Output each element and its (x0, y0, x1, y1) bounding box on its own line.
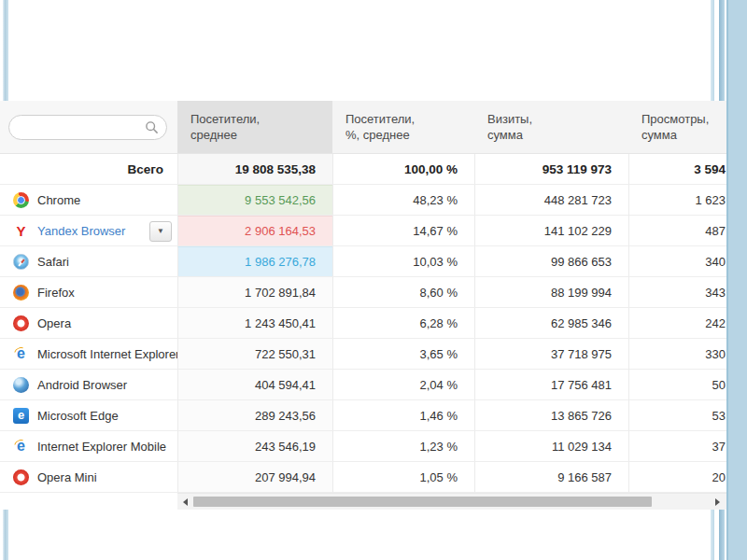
visits-value: 88 199 994 (474, 277, 628, 308)
table-row: Firefox1 702 891,848,60 %88 199 994343 (0, 277, 728, 308)
browser-name[interactable]: Internet Explorer Mobile (37, 440, 166, 454)
android-browser-icon (13, 377, 29, 393)
browser-name-cell[interactable]: Android Browser (0, 370, 177, 400)
column-header-text: Просмотры, (641, 111, 728, 127)
views-value: 242 (628, 308, 728, 339)
visitors_pct-value: 10,03 % (332, 246, 474, 277)
visitors_pct-value: 6,28 % (332, 308, 474, 339)
opera-icon (13, 315, 29, 331)
views-value: 3 594 (628, 154, 728, 185)
visitors_avg-value: 19 808 535,38 (177, 154, 332, 185)
browsers-report-table: Посетители, среднее Посетители, %, средн… (0, 101, 728, 510)
visitors_avg-value: 2 906 164,53 (177, 216, 332, 246)
column-header-text: сумма (487, 127, 628, 143)
opera-mini-icon (13, 469, 29, 485)
browser-name-cell[interactable]: Microsoft Edge (0, 400, 177, 431)
column-header-visits[interactable]: Визиты, сумма (474, 101, 628, 154)
browser-name[interactable]: Safari (37, 255, 69, 269)
visitors_pct-value: 3,65 % (332, 339, 474, 370)
column-header-visitors-pct[interactable]: Посетители, %, среднее (332, 101, 474, 154)
total-label-cell: Всего (0, 154, 177, 185)
column-header-visitors-avg[interactable]: Посетители, среднее (177, 101, 332, 154)
visits-value: 37 718 975 (474, 339, 628, 370)
views-value: 340 (628, 246, 728, 277)
views-value: 1 623 (628, 185, 728, 216)
firefox-icon (13, 285, 29, 301)
browser-name-cell[interactable]: Yandex Browser▼ (0, 216, 177, 246)
visitors_pct-value: 8,60 % (332, 277, 474, 308)
visitors_avg-value: 207 994,94 (177, 462, 332, 493)
edge-icon (13, 408, 29, 424)
search-input[interactable] (8, 115, 167, 140)
table-row: Android Browser404 594,412,04 %17 756 48… (0, 370, 728, 400)
column-header-text: %, среднее (345, 127, 474, 143)
views-value: 343 (628, 277, 728, 308)
table-header-row: Посетители, среднее Посетители, %, средн… (0, 101, 728, 154)
table-row: Microsoft Edge289 243,561,46 %13 865 726… (0, 400, 728, 431)
visitors_pct-value: 1,05 % (332, 462, 474, 493)
views-value: 487 (628, 216, 728, 246)
browser-name[interactable]: Android Browser (37, 378, 127, 392)
browser-name-cell[interactable]: Microsoft Internet Explorer (0, 339, 177, 370)
visits-value: 62 985 346 (474, 308, 628, 339)
horizontal-scrollbar[interactable] (177, 493, 728, 510)
visitors_avg-value: 9 553 542,56 (177, 185, 332, 216)
column-header-views[interactable]: Просмотры, сумма (628, 101, 728, 154)
views-value: 37 (628, 431, 728, 462)
chrome-icon (13, 192, 29, 208)
browser-name[interactable]: Microsoft Edge (37, 409, 119, 423)
table-row: Opera1 243 450,416,28 %62 985 346242 (0, 308, 728, 339)
browser-name[interactable]: Opera Mini (37, 470, 97, 484)
views-value: 20 (628, 462, 728, 493)
visitors_avg-value: 722 550,31 (177, 339, 332, 370)
visits-value: 141 102 229 (474, 216, 628, 246)
scroll-left-arrow-icon[interactable] (183, 498, 188, 506)
total-label: Всего (128, 162, 163, 176)
visits-value: 99 866 653 (474, 246, 628, 277)
table-row: Chrome9 553 542,5648,23 %448 281 7231 62… (0, 185, 728, 216)
visitors_pct-value: 1,23 % (332, 431, 474, 462)
table-body: Всего19 808 535,38100,00 %953 119 9733 5… (0, 154, 728, 493)
views-value: 53 (628, 400, 728, 431)
browser-name[interactable]: Opera (37, 316, 71, 330)
safari-icon (13, 254, 29, 270)
column-header-text: Посетители, (345, 111, 474, 127)
browser-name-cell[interactable]: Opera (0, 308, 177, 339)
total-row: Всего19 808 535,38100,00 %953 119 9733 5… (0, 154, 728, 185)
visits-value: 13 865 726 (474, 400, 628, 431)
visits-value: 953 119 973 (474, 154, 628, 185)
scrollbar-thumb[interactable] (193, 497, 652, 507)
table-row: Microsoft Internet Explorer722 550,313,6… (0, 339, 728, 370)
visits-value: 9 166 587 (474, 462, 628, 493)
scroll-right-arrow-icon[interactable] (715, 498, 720, 506)
browser-name-cell[interactable]: Chrome (0, 185, 177, 216)
browser-name[interactable]: Yandex Browser (37, 224, 125, 238)
visitors_avg-value: 1 243 450,41 (177, 308, 332, 339)
visitors_pct-value: 1,46 % (332, 400, 474, 431)
visitors_pct-value: 2,04 % (332, 370, 474, 400)
browser-name-cell[interactable]: Opera Mini (0, 462, 177, 493)
visitors_avg-value: 404 594,41 (177, 370, 332, 400)
browser-name[interactable]: Firefox (37, 286, 75, 300)
views-value: 50 (628, 370, 728, 400)
row-dropdown-button[interactable]: ▼ (149, 221, 172, 242)
views-value: 330 (628, 339, 728, 370)
visitors_avg-value: 1 986 276,78 (177, 246, 332, 277)
column-header-text: сумма (641, 127, 728, 143)
visits-value: 11 029 134 (474, 431, 628, 462)
table-row: Opera Mini207 994,941,05 %9 166 58720 (0, 462, 728, 493)
browser-name-cell[interactable]: Internet Explorer Mobile (0, 431, 177, 462)
browser-name-cell[interactable]: Safari (0, 246, 177, 277)
table-search (8, 115, 167, 140)
column-header-text: Визиты, (487, 111, 628, 127)
browser-name[interactable]: Microsoft Internet Explorer (37, 347, 177, 361)
browser-name[interactable]: Chrome (37, 193, 80, 207)
table-row: Internet Explorer Mobile243 546,191,23 %… (0, 431, 728, 462)
column-header-text: среднее (190, 127, 332, 143)
visitors_avg-value: 289 243,56 (177, 400, 332, 431)
slide-right-band (726, 0, 747, 560)
visitors_avg-value: 1 702 891,84 (177, 277, 332, 308)
browser-name-cell[interactable]: Firefox (0, 277, 177, 308)
search-icon[interactable] (145, 120, 159, 134)
search-header-cell (0, 101, 177, 154)
